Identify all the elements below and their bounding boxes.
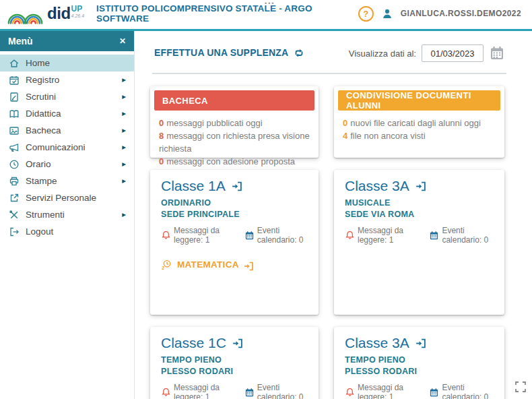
enter-class-icon[interactable] [415,338,426,349]
menu-title: Menù [8,36,33,47]
sidebar-item-label: Stampe [26,176,57,186]
chevron-right-icon: ▶ [122,127,126,133]
argo-rainbow-logo [7,2,43,25]
sidebar-item-registro[interactable]: Registro ▶ [0,71,134,88]
condivisione-row: 0nuovi file caricati dagli alunni oggi [343,117,496,129]
sidebar-item-label: Orario [26,159,51,169]
class-course-type: ORDINARIO [161,197,308,209]
sidebar-item-logout[interactable]: Logout [0,223,134,240]
bacheca-row: 0messaggi pubblicati oggi [159,117,310,129]
sidebar-item-strumenti[interactable]: Strumenti ▶ [0,206,134,223]
sidebar: Menù ✕ Home Registro ▶ [0,31,135,399]
sidebar-item-label: Bacheca [26,125,61,135]
sidebar-item-label: Strumenti [26,210,65,220]
calendar-icon [244,388,255,398]
messages-counter: Messaggi da leggere: 1 [345,226,419,245]
bacheca-card-title: BACHECA [154,90,314,111]
condivisione-card-title: CONDIVISIONE DOCUMENTI ALUNNI [338,90,500,111]
version-label: 4.26.4 [71,13,84,19]
sidebar-item-label: Didattica [26,109,61,119]
enter-class-icon[interactable] [415,181,426,192]
help-button[interactable]: ? [358,6,374,22]
brand-logo: did UP 4.26.4 [47,5,84,22]
sidebar-item-comunicazioni[interactable]: Comunicazioni ▶ [0,139,134,156]
chevron-right-icon: ▶ [122,111,126,117]
didup-app: did UP 4.26.4 ISTITUTO POLICOMPRENSIVO S… [0,0,532,399]
supplenza-link[interactable]: EFFETTUA UNA SUPPLENZA [154,47,305,58]
bell-icon [345,230,355,241]
sidebar-item-scrutini[interactable]: Scrutini ▶ [0,88,134,105]
open-book-icon [8,108,20,119]
messages-counter: Messaggi da leggere: 1 [161,383,234,399]
sidebar-item-orario[interactable]: Orario ▶ [0,156,134,173]
class-title[interactable]: Classe 1C [161,335,308,351]
class-title[interactable]: Classe 3A [345,178,494,194]
class-course-type: MUSICALE [345,197,494,209]
class-site: SEDE PRINCIPALE [161,209,308,220]
events-counter: Eventi calendario: 0 [429,226,494,245]
events-counter: Eventi calendario: 0 [244,226,308,245]
question-mark-icon: ? [363,9,368,19]
condivisione-row: 4file non ancora visti [343,129,496,142]
enter-lesson-icon[interactable] [243,261,254,272]
subject-link-matematica[interactable]: 2 MATEMATICA [161,257,308,272]
sidebar-item-didattica[interactable]: Didattica ▶ [0,105,134,122]
calendar-check-icon [8,74,20,86]
chevron-right-icon: ▶ [122,178,126,184]
clipboard-pencil-icon [8,91,20,102]
enter-class-icon[interactable] [232,338,243,349]
class-card-3a-tempopieno: Classe 3A TEMPO PIENO PLESSO RODARI [334,327,504,399]
calendar-icon [429,231,439,241]
date-input[interactable] [422,44,484,62]
class-title[interactable]: Classe 1A [161,178,308,194]
swap-icon [293,48,305,58]
close-icon[interactable]: ✕ [119,36,126,46]
bell-icon [161,230,171,241]
view-date-label: Visualizza dati al: [349,49,416,59]
sidebar-item-stampe[interactable]: Stampe ▶ [0,173,134,189]
supplenza-label: EFFETTUA UNA SUPPLENZA [154,47,288,58]
sidebar-item-label: Logout [26,226,53,237]
logout-icon [8,226,20,237]
lesson-hour-clock-icon: 2 [161,259,173,270]
sidebar-item-home[interactable]: Home [0,55,134,71]
sidebar-item-servizi-personale[interactable]: Servizi Personale [0,189,134,206]
class-card-1a: Classe 1A ORDINARIO SEDE PRINCIPALE [150,170,319,315]
fullscreen-icon[interactable] [514,381,527,396]
bell-icon [345,387,355,398]
view-date-control: Visualizza dati al: [349,44,505,62]
calendar-icon [244,231,255,241]
class-title[interactable]: Classe 3A [345,335,494,351]
sidebar-item-label: Registro [26,75,59,85]
top-header: did UP 4.26.4 ISTITUTO POLICOMPRENSIVO S… [0,0,532,31]
class-site: PLESSO RODARI [345,366,494,377]
home-icon [8,57,20,69]
clock-icon [8,158,20,170]
tools-icon [8,209,20,220]
sidebar-item-label: Comunicazioni [26,142,86,152]
class-card-1c: Classe 1C TEMPO PIENO PLESSO RODARI [150,327,319,399]
calendar-picker-icon[interactable] [489,45,505,61]
chevron-right-icon: ▶ [122,212,126,218]
sidebar-item-bacheca[interactable]: Bacheca ▶ [0,122,134,139]
class-site: SEDE VIA ROMA [345,209,494,220]
sidebar-item-label: Servizi Personale [26,193,96,203]
main-content: EFFETTUA UNA SUPPLENZA Visualizza dati a… [135,31,532,399]
user-avatar-icon [381,8,393,20]
brand-up: UP [71,5,84,13]
events-counter: Eventi calendario: 0 [429,383,494,399]
chevron-right-icon: ▶ [122,144,126,150]
events-counter: Eventi calendario: 0 [244,383,308,399]
username[interactable]: GIANLUCA.ROSSI.DEMO2022 [401,9,521,18]
class-site: PLESSO RODARI [161,366,308,377]
bacheca-card: BACHECA 0messaggi pubblicati oggi 8messa… [150,86,319,158]
sidebar-item-label: Home [26,58,50,68]
class-course-type: TEMPO PIENO [345,355,494,366]
sidebar-item-label: Scrutini [26,92,56,102]
enter-class-icon[interactable] [231,181,242,192]
bell-icon [161,387,171,398]
bacheca-row: 0messaggi con adesione proposta [159,155,310,168]
board-icon [8,125,20,136]
class-course-type: TEMPO PIENO [161,355,308,366]
chevron-right-icon: ▶ [122,77,126,83]
